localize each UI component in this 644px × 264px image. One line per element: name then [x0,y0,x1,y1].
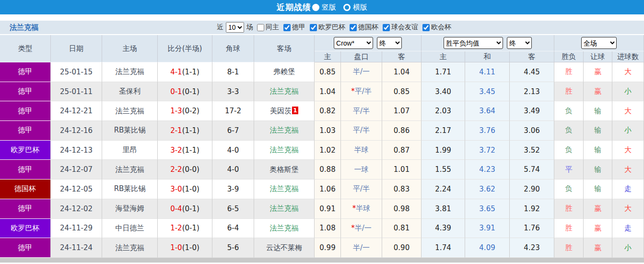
cell-goals-result: 小 [612,82,644,102]
filter-dfb-pokal-label[interactable]: 德国杯 [358,23,378,32]
cell-league: 德甲 [0,62,51,82]
cell-score: 1-2(0-1) [158,219,212,239]
filter-friendly-label[interactable]: 球会友谊 [391,23,418,32]
cell-home-team: 中日德兰 [102,219,158,239]
cell-home-team: 法兰克福 [102,62,158,82]
table-row: 德甲 24-11-24 法兰克福 1-0(1-0) 5-6 云达不莱梅 0.99… [0,238,644,258]
cell-score: 1-0(1-0) [158,238,212,258]
cell-avg-home: 1.99 [422,141,465,160]
cell-handicap-result: 赢 [584,199,612,219]
cell-corner: 6-4 [212,219,254,239]
odds-time-select[interactable]: 终 [377,37,402,49]
cell-handicap: 平/半 [341,121,382,141]
cell-league: 欧罗巴杯 [0,141,51,160]
table-row: 德甲 24-12-02 海登海姆 0-4(0-1) 6-5 法兰克福 0.91 … [0,199,644,219]
cell-handicap-result: 赢 [584,82,612,102]
cell-handicap-result: 输 [584,141,612,160]
avg-time-select[interactable]: 终 [507,37,532,49]
cell-date: 24-12-05 [51,180,102,199]
cell-handicap-result: 赢 [584,238,612,258]
cell-avg-home: 3.40 [422,82,465,102]
avg-group-header: 胜平负均值 终 [422,35,554,51]
vertical-layout-radio[interactable] [312,4,319,11]
cell-handicap-result: 赢 [584,219,612,239]
cell-score: 4-1(1-1) [158,62,212,82]
cell-odds-away: 1.01 [382,160,422,180]
odds-company-select[interactable]: Crow* [334,37,373,49]
subcol-avg-draw: 和 [465,51,510,62]
cell-avg-home: 4.39 [422,219,465,239]
vertical-layout-label[interactable]: 竖版 [322,3,336,12]
cell-avg-home: 2.24 [422,180,465,199]
cell-goals-result: 走 [612,219,644,239]
same-home-checkbox[interactable] [257,24,264,31]
result-group-header: 全场 [554,35,644,51]
cell-goals-result: 大 [612,141,644,160]
filter-conference-label[interactable]: 欧会杯 [431,23,451,32]
cell-avg-home: 1.74 [422,238,465,258]
cell-corner: 6-5 [212,199,254,219]
cell-avg-away: 2.90 [510,180,554,199]
col-header-home: 主场 [102,35,158,62]
cell-win-lose: 胜 [554,82,584,102]
subcol-odds-home: 主 [315,51,341,62]
cell-goals-result: 走 [612,180,644,199]
cell-date: 24-12-21 [51,101,102,121]
cell-goals-result: 小 [612,121,644,141]
cell-corner: 4-0 [212,160,254,180]
cell-date: 24-12-02 [51,199,102,219]
cell-league: 德甲 [0,199,51,219]
cell-home-team: 法兰克福 [102,238,158,258]
cell-handicap-result: 输 [584,180,612,199]
cell-avg-away: 2.13 [510,82,554,102]
recent-count-select[interactable]: 10 [226,22,244,33]
horizontal-layout-radio[interactable] [343,4,351,11]
cell-date: 24-12-07 [51,160,102,180]
cell-avg-away: 1.92 [510,199,554,219]
cell-score: 2-1(1-1) [158,121,212,141]
cell-home-team: RB莱比锡 [102,180,158,199]
filter-europa-checkbox[interactable] [310,24,317,31]
cell-home-team: RB莱比锡 [102,121,158,141]
same-home-label[interactable]: 同主 [266,23,279,32]
filter-dfb-pokal-checkbox[interactable] [350,24,357,31]
cell-avg-home: 2.03 [422,101,465,121]
filter-bundesliga-checkbox[interactable] [283,24,291,31]
cell-handicap: 半/一 [341,62,382,82]
result-scope-select[interactable]: 全场 [581,37,617,49]
subcol-avg-away: 客 [510,51,554,62]
cell-avg-draw: 4.23 [465,160,510,180]
cell-odds-home: 0.99 [315,238,341,258]
avg-type-select[interactable]: 胜平负均值 [444,37,503,49]
table-row: 德国杯 24-12-05 RB莱比锡 3-0(1-0) 3-9 法兰克福 1.0… [0,180,644,199]
cell-avg-away: 3.49 [510,101,554,121]
table-row: 欧罗巴杯 24-11-29 中日德兰 1-2(0-1) 6-4 法兰克福 1.0… [0,219,644,239]
filter-bundesliga-label[interactable]: 德甲 [292,23,305,32]
subcol-avg-home: 主 [422,51,465,62]
cell-league: 德甲 [0,160,51,180]
cell-league: 欧罗巴杯 [0,219,51,239]
cell-score: 2-2(0-0) [158,160,212,180]
cell-win-lose: 胜 [554,219,584,239]
cell-avg-home: 3.81 [422,199,465,219]
cell-handicap: 一球 [341,160,382,180]
cell-handicap-result: 输 [584,101,612,121]
filter-europa-label[interactable]: 欧罗巴杯 [318,23,345,32]
cell-score: 3-2(1-1) [158,141,212,160]
cell-away-team: 法兰克福 [254,141,315,160]
filter-friendly-checkbox[interactable] [383,24,390,31]
cell-goals-result: 大 [612,160,644,180]
cell-odds-away: 1.04 [382,62,422,82]
horizontal-layout-label[interactable]: 横版 [353,3,367,12]
cell-win-lose: 平 [554,160,584,180]
cell-handicap: *半球 [341,199,382,219]
cell-date: 25-01-11 [51,82,102,102]
recent-matches-table: 类型 日期 主场 比分(半场) 角球 客场 Crow* 终 胜 [0,35,644,258]
spacer [0,14,644,21]
cell-odds-away: 0.81 [382,219,422,239]
cell-score: 0-4(0-1) [158,199,212,219]
cell-odds-home: 0.88 [315,160,341,180]
filter-conference-checkbox[interactable] [422,24,430,31]
cell-league: 德甲 [0,82,51,102]
cell-avg-away: 5.74 [510,160,554,180]
